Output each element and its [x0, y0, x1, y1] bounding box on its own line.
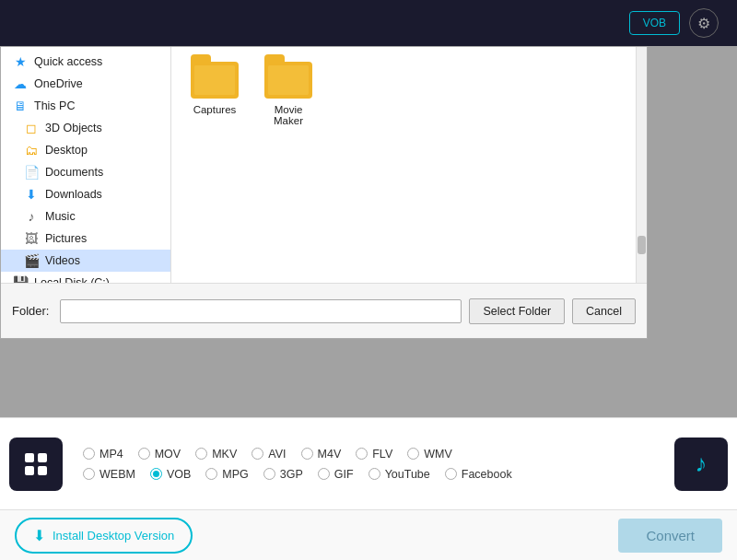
grid-icon	[25, 453, 47, 475]
sidebar-item-undefined[interactable]: 🖼Pictures	[1, 228, 170, 250]
radio-avi[interactable]	[252, 448, 263, 460]
cancel-button[interactable]: Cancel	[572, 298, 636, 324]
format-option-flv[interactable]: FLV	[350, 445, 402, 463]
gear-button[interactable]: ⚙	[689, 8, 719, 38]
radio-3gp[interactable]	[263, 468, 275, 480]
radio-mkv[interactable]	[195, 448, 207, 460]
sidebar-item-undefined[interactable]: ★Quick access	[1, 51, 170, 73]
format-label-mpg: MPG	[222, 468, 248, 481]
grid-cell-3	[25, 466, 34, 475]
sidebar-item-label: Music	[45, 210, 76, 223]
tree-icon: 🖥	[12, 98, 29, 114]
grid-cell-2	[38, 453, 47, 462]
format-option-webm[interactable]: WEBM	[77, 465, 145, 484]
convert-button[interactable]: Convert	[618, 519, 722, 553]
music-icon-box[interactable]: ♪	[674, 438, 728, 491]
sidebar-item-undefined[interactable]: 🗂Desktop	[1, 139, 170, 161]
tree-icon: 💾	[12, 274, 29, 283]
folder-label: Folder:	[12, 304, 49, 318]
sidebar-item-undefined[interactable]: ♪Music	[1, 205, 170, 228]
radio-wmv[interactable]	[407, 448, 419, 460]
format-label-m4v: M4V	[318, 448, 342, 461]
radio-m4v[interactable]	[301, 448, 313, 460]
format-section: MP4MOVMKVAVIM4VFLVWMV WEBMVOBMPG3GPGIFYo…	[0, 418, 737, 509]
tree-icon: ☁	[12, 76, 29, 92]
format-option-mov[interactable]: MOV	[133, 445, 190, 463]
sidebar-item-label: Downloads	[45, 188, 102, 201]
sidebar-item-label: OneDrive	[34, 77, 83, 90]
format-option-vob[interactable]: VOB	[145, 465, 200, 484]
sidebar-item-label: Local Disk (C:)	[34, 276, 110, 283]
file-picker-dialog: ★Quick access☁OneDrive🖥This PC◻3D Object…	[0, 46, 648, 339]
format-label-vob: VOB	[167, 468, 191, 481]
radio-facebook[interactable]	[445, 468, 457, 480]
sidebar-item-label: Documents	[45, 166, 103, 179]
format-option-avi[interactable]: AVI	[246, 445, 295, 463]
dialog-overlay: ★Quick access☁OneDrive🖥This PC◻3D Object…	[0, 46, 737, 468]
format-label-mkv: MKV	[212, 448, 237, 461]
music-icon: ♪	[696, 449, 708, 478]
top-bar: VOB ⚙	[0, 0, 737, 46]
format-label-mov: MOV	[155, 448, 181, 461]
install-button-label: Install Desktop Version	[53, 529, 174, 542]
radio-webm[interactable]	[83, 468, 95, 480]
format-option-m4v[interactable]: M4V	[296, 445, 351, 463]
folder-icon-big	[191, 62, 239, 100]
format-label-avi: AVI	[268, 448, 286, 461]
format-option-mpg[interactable]: MPG	[200, 465, 257, 484]
format-option-gif[interactable]: GIF	[312, 465, 363, 484]
vob-button[interactable]: VOB	[629, 11, 680, 35]
tree-icon: 📄	[23, 164, 40, 181]
sidebar-item-label: Desktop	[45, 144, 88, 157]
folder-input[interactable]	[60, 299, 462, 323]
tree-sidebar[interactable]: ★Quick access☁OneDrive🖥This PC◻3D Object…	[1, 47, 171, 283]
sidebar-item-label: Pictures	[45, 232, 87, 245]
radio-mov[interactable]	[138, 448, 150, 460]
format-option-wmv[interactable]: WMV	[402, 445, 462, 463]
sidebar-item-undefined[interactable]: 🎬Videos	[1, 250, 170, 272]
sidebar-item-undefined[interactable]: 💾Local Disk (C:)	[1, 272, 170, 283]
radio-flv[interactable]	[356, 448, 368, 460]
select-folder-button[interactable]: Select Folder	[469, 298, 565, 324]
format-label-gif: GIF	[334, 468, 354, 481]
gear-icon: ⚙	[697, 15, 710, 32]
format-option-3gp[interactable]: 3GP	[258, 465, 312, 484]
tree-icon: 🖼	[23, 230, 40, 247]
dialog-body: ★Quick access☁OneDrive🖥This PC◻3D Object…	[1, 47, 647, 283]
radio-youtube[interactable]	[368, 468, 380, 480]
radio-mpg[interactable]	[205, 468, 217, 480]
download-icon: ⬇	[33, 527, 45, 544]
sidebar-item-undefined[interactable]: 🖥This PC	[1, 95, 170, 117]
format-label-wmv: WMV	[424, 448, 452, 461]
sidebar-item-undefined[interactable]: ☁OneDrive	[1, 73, 170, 95]
folder-name: Captures	[193, 104, 237, 115]
sidebar-item-undefined[interactable]: ⬇Downloads	[1, 183, 170, 205]
radio-vob[interactable]	[150, 468, 162, 480]
folder-item[interactable]: Captures	[182, 58, 247, 130]
format-option-mp4[interactable]: MP4	[77, 445, 133, 463]
format-label-webm: WEBM	[99, 468, 135, 481]
format-option-youtube[interactable]: YouTube	[363, 465, 439, 484]
bottom-toolbar: MP4MOVMKVAVIM4VFLVWMV WEBMVOBMPG3GPGIFYo…	[0, 417, 737, 509]
radio-gif[interactable]	[318, 468, 330, 480]
scrollbar-thumb	[638, 236, 646, 254]
scrollbar-vertical[interactable]	[636, 47, 647, 283]
folder-name: Movie Maker	[260, 104, 317, 126]
format-option-facebook[interactable]: Facebook	[439, 465, 521, 484]
tree-icon: 🎬	[23, 252, 40, 269]
tree-icon: ♪	[23, 208, 40, 225]
tree-icon: ⬇	[23, 186, 40, 203]
grid-cell-4	[38, 466, 47, 475]
format-option-mkv[interactable]: MKV	[190, 445, 246, 463]
folder-item[interactable]: Movie Maker	[256, 58, 321, 130]
format-row-2: WEBMVOBMPG3GPGIFYouTubeFacebook	[77, 465, 674, 484]
install-desktop-button[interactable]: ⬇ Install Desktop Version	[15, 518, 193, 554]
format-label-flv: FLV	[372, 448, 392, 461]
format-label-facebook: Facebook	[462, 468, 512, 481]
format-label-mp4: MP4	[99, 448, 123, 461]
radio-mp4[interactable]	[83, 448, 95, 460]
sidebar-item-undefined[interactable]: ◻3D Objects	[1, 117, 170, 139]
tree-icon: 🗂	[23, 142, 40, 158]
sidebar-item-label: This PC	[34, 99, 75, 112]
sidebar-item-undefined[interactable]: 📄Documents	[1, 161, 170, 183]
